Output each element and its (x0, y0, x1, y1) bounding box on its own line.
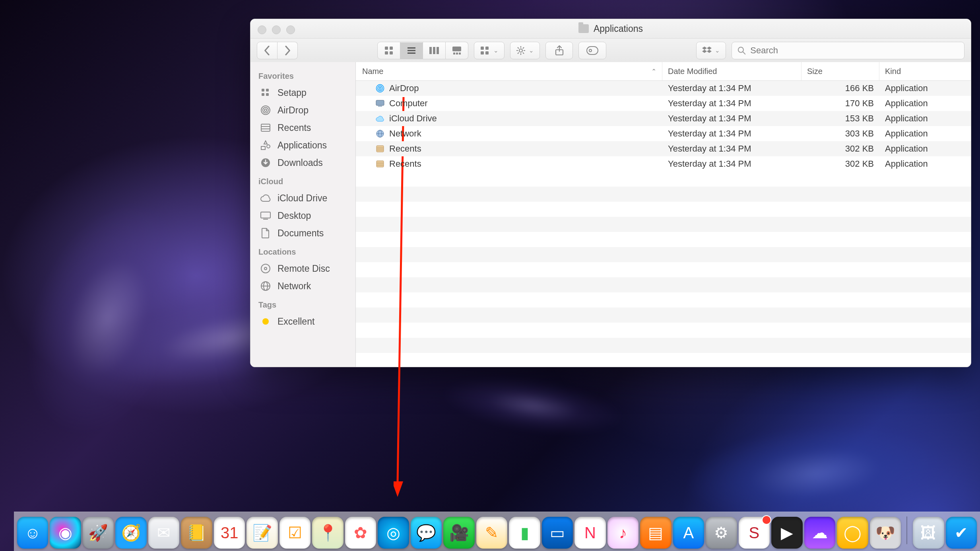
dock-app-finder[interactable]: ☺ (17, 517, 48, 549)
group-button[interactable]: ⌄ (474, 42, 505, 59)
col-name[interactable]: Name⌃ (356, 62, 662, 80)
view-icons-button[interactable] (377, 42, 400, 59)
file-row[interactable]: AirDropYesterday at 1:34 PM166 KBApplica… (356, 81, 971, 96)
sidebar-item-icloud-drive[interactable]: iCloud Drive (250, 189, 355, 207)
chevron-down-icon: ⌄ (493, 47, 499, 54)
tag-icon (586, 46, 598, 55)
dock-app-settings[interactable]: ⚙ (706, 517, 737, 549)
dock-app-screenflow[interactable]: ▶ (771, 517, 802, 549)
action-button[interactable]: ⌄ (510, 42, 540, 59)
dock-app-contacts[interactable]: 📒 (181, 517, 212, 549)
dock-app-task[interactable]: ✔ (946, 517, 977, 549)
dock-app-numbers[interactable]: ▮ (509, 517, 540, 549)
svg-rect-1 (390, 47, 393, 50)
dropbox-icon (702, 46, 712, 55)
dock-app-music[interactable]: ♪ (607, 517, 638, 549)
sidebar-item-documents[interactable]: Documents (250, 224, 355, 242)
view-gallery-button[interactable] (446, 42, 468, 59)
svg-rect-5 (408, 50, 415, 51)
dropbox-button[interactable]: ⌄ (696, 42, 726, 59)
dock-app-circle-app[interactable]: ◯ (837, 517, 868, 549)
dock-app-news[interactable]: N (574, 517, 605, 549)
svg-rect-8 (433, 47, 435, 54)
sidebar-item-recents[interactable]: Recents (250, 119, 355, 136)
file-row[interactable]: ComputerYesterday at 1:34 PM170 KBApplic… (356, 96, 971, 111)
file-row[interactable]: RecentsYesterday at 1:34 PM302 KBApplica… (356, 156, 971, 171)
sidebar-item-downloads[interactable]: Downloads (250, 154, 355, 171)
file-kind: Application (879, 159, 971, 169)
sidebar-item-remote-disc[interactable]: Remote Disc (250, 260, 355, 277)
svg-point-46 (264, 267, 267, 270)
dropbox-menu: ⌄ (696, 42, 726, 59)
svg-line-24 (523, 53, 524, 54)
zoom-button[interactable] (286, 25, 295, 34)
search-input[interactable] (749, 45, 959, 56)
svg-rect-4 (408, 47, 415, 49)
dock-app-preview-doc[interactable]: 🖼 (913, 517, 944, 549)
tags-button[interactable] (578, 42, 606, 59)
dock-app-messages[interactable]: 💬 (411, 517, 442, 549)
file-rows: AirDropYesterday at 1:34 PM166 KBApplica… (356, 81, 971, 367)
dock-app-pages[interactable]: ✎ (476, 517, 507, 549)
svg-rect-34 (262, 93, 264, 96)
minimize-button[interactable] (272, 25, 281, 34)
svg-point-51 (379, 88, 381, 90)
file-row[interactable]: NetworkYesterday at 1:34 PM303 KBApplica… (356, 126, 971, 141)
sidebar-item-network[interactable]: Network (250, 277, 355, 295)
sort-asc-icon: ⌃ (651, 68, 656, 75)
icons-view-icon (384, 46, 394, 55)
share-button[interactable] (545, 42, 573, 59)
dock-app-maps[interactable]: 📍 (312, 517, 343, 549)
recents-icon (260, 122, 271, 133)
dock-app-siri[interactable]: ◉ (50, 517, 81, 549)
dock-app-keynote[interactable]: ▭ (542, 517, 573, 549)
dock-app-app-s[interactable]: S (739, 517, 770, 549)
sidebar-item-label: Applications (278, 140, 327, 151)
svg-rect-32 (262, 89, 264, 92)
dock-app-appstore[interactable]: A (673, 517, 704, 549)
back-button[interactable] (257, 42, 278, 59)
dock-app-mail[interactable]: ✉ (148, 517, 179, 549)
dock-app-unicorn[interactable]: 🐶 (870, 517, 901, 549)
dock-app-cloud-app[interactable]: ☁ (804, 517, 835, 549)
close-button[interactable] (258, 25, 266, 34)
window-title: Applications (594, 23, 643, 34)
tag-yellow-icon (260, 316, 271, 327)
share-icon (555, 45, 564, 56)
view-list-button[interactable] (400, 42, 423, 59)
col-size[interactable]: Size (801, 62, 879, 80)
dock-app-notes[interactable]: 📝 (246, 517, 278, 549)
sidebar-item-setapp[interactable]: Setapp (250, 84, 355, 101)
dock-app-airdrop[interactable]: ◎ (378, 517, 409, 549)
file-icon (376, 114, 384, 123)
search-field[interactable] (732, 42, 964, 59)
dock-app-reminders[interactable]: ☑ (279, 517, 310, 549)
dock-app-facetime[interactable]: 🎥 (443, 517, 474, 549)
dock-app-calendar[interactable]: 31 (214, 517, 245, 549)
dock: ☺◉🚀🧭✉📒31📝☑📍✿◎💬🎥✎▮▭N♪▤A⚙S▶☁◯🐶🖼✔ (14, 512, 980, 551)
dock-app-safari[interactable]: 🧭 (115, 517, 146, 549)
file-kind: Application (879, 83, 971, 93)
dock-app-photos[interactable]: ✿ (345, 517, 376, 549)
sidebar-item-excellent[interactable]: Excellent (250, 313, 355, 330)
desktop-wallpaper: Applications (0, 0, 980, 551)
sidebar-item-applications[interactable]: Applications (250, 136, 355, 154)
col-kind[interactable]: Kind (879, 62, 971, 80)
sidebar-item-airdrop[interactable]: AirDrop (250, 101, 355, 119)
file-size: 166 KB (801, 83, 879, 93)
search-icon (737, 46, 746, 55)
file-row[interactable]: RecentsYesterday at 1:34 PM302 KBApplica… (356, 141, 971, 156)
dock-app-launchpad[interactable]: 🚀 (83, 517, 114, 549)
action-menu: ⌄ (510, 42, 540, 59)
forward-button[interactable] (278, 42, 298, 59)
file-icon (376, 84, 384, 93)
file-row[interactable]: iCloud DriveYesterday at 1:34 PM153 KBAp… (356, 111, 971, 126)
file-name: Recents (389, 144, 421, 154)
sidebar-item-label: Setapp (278, 88, 307, 98)
view-columns-button[interactable] (423, 42, 446, 59)
titlebar[interactable]: Applications (250, 19, 971, 39)
col-date[interactable]: Date Modified (662, 62, 801, 80)
dock-app-books[interactable]: ▤ (640, 517, 671, 549)
sidebar-item-desktop[interactable]: Desktop (250, 207, 355, 224)
group-icon (480, 46, 490, 55)
